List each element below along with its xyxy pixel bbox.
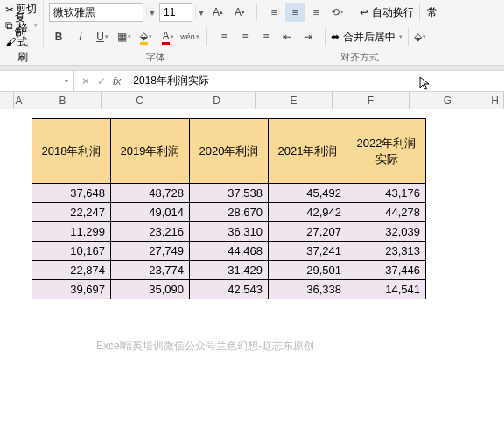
footer-note: Excel精英培训微信公众号兰色幻想-赵志东原创: [96, 339, 314, 354]
font-name-combo[interactable]: 微软雅黑: [49, 3, 144, 22]
table-row[interactable]: 22,87423,77431,42929,50137,446: [32, 261, 426, 280]
table-header[interactable]: 2021年利润: [269, 119, 347, 184]
table-cell[interactable]: 27,207: [269, 222, 347, 242]
font-name-dropdown[interactable]: ▾: [146, 6, 157, 18]
align-top-button[interactable]: ≡: [264, 3, 284, 22]
col-header-f[interactable]: F: [332, 92, 410, 109]
number-format-button[interactable]: ⬙: [410, 27, 430, 46]
col-header-b[interactable]: B: [24, 92, 102, 109]
data-table[interactable]: 2018年利润2019年利润2020年利润2021年利润2022年利润实际 37…: [32, 118, 426, 299]
table-header[interactable]: 2022年利润实际: [347, 119, 426, 184]
table-row[interactable]: 39,69735,09042,54336,33814,541: [32, 280, 426, 299]
wrap-text-button[interactable]: ↩ 自动换行: [356, 1, 417, 24]
table-cell[interactable]: 31,429: [190, 261, 269, 280]
table-cell[interactable]: 36,310: [190, 222, 269, 242]
table-cell[interactable]: 22,874: [32, 261, 111, 280]
table-cell[interactable]: 42,942: [269, 203, 347, 222]
table-cell[interactable]: 44,278: [347, 203, 426, 222]
table-row[interactable]: 22,24749,01428,67042,94244,278: [32, 203, 426, 222]
vertical-align-group: ≡ ≡ ≡ ⟲: [259, 0, 352, 25]
col-header-c[interactable]: C: [102, 92, 178, 109]
align-left-button[interactable]: ≡: [214, 27, 234, 46]
column-headers: A B C D E F G H: [0, 92, 504, 109]
table-cell[interactable]: 36,338: [269, 280, 347, 299]
table-cell[interactable]: 39,697: [32, 280, 111, 299]
chevron-down-icon[interactable]: ▾: [65, 77, 68, 85]
table-cell[interactable]: 37,446: [347, 261, 426, 280]
increase-font-button[interactable]: A▴: [208, 3, 228, 22]
col-header-d[interactable]: D: [178, 92, 256, 109]
table-cell[interactable]: 14,541: [347, 280, 426, 299]
table-cell[interactable]: 29,501: [269, 261, 347, 280]
table-cell[interactable]: 23,774: [111, 261, 190, 280]
font-size-dropdown[interactable]: ▾: [195, 6, 206, 18]
table-cell[interactable]: 42,543: [190, 280, 269, 299]
increase-indent-button[interactable]: ⇥: [298, 27, 318, 46]
table-header[interactable]: 2019年利润: [111, 119, 190, 184]
align-right-button[interactable]: ≡: [256, 27, 276, 46]
table-cell[interactable]: 32,039: [347, 222, 426, 242]
col-header-h[interactable]: H: [486, 92, 504, 109]
col-header-g[interactable]: G: [410, 92, 486, 109]
table-cell[interactable]: 23,216: [111, 222, 190, 242]
bold-button[interactable]: B: [49, 27, 68, 46]
table-header[interactable]: 2020年利润: [190, 119, 269, 184]
fx-icon[interactable]: fx: [113, 75, 121, 88]
col-header-a[interactable]: A: [14, 92, 24, 109]
table-cell[interactable]: 48,728: [111, 184, 190, 203]
format-painter-button[interactable]: 🖌格式刷: [4, 34, 39, 50]
table-cell[interactable]: 37,538: [190, 184, 269, 203]
orientation-button[interactable]: ⟲: [327, 3, 346, 22]
font-group: 微软雅黑▾ 11▾ A▴ A▾: [44, 0, 255, 25]
merge-icon: ⬌: [331, 31, 340, 43]
table-row[interactable]: 37,64848,72837,53845,49243,176: [32, 184, 426, 203]
phonetic-button[interactable]: wén: [180, 27, 200, 46]
table-cell[interactable]: 45,492: [269, 184, 347, 203]
border-button[interactable]: ▦: [115, 27, 134, 46]
align-group-label: 对齐方式: [268, 51, 452, 64]
font-group-label: 字体: [44, 51, 268, 64]
underline-button[interactable]: U: [93, 27, 112, 46]
decrease-font-button[interactable]: A▾: [230, 3, 249, 22]
table-cell[interactable]: 37,241: [269, 242, 347, 261]
table-cell[interactable]: 44,468: [190, 242, 269, 261]
table-cell[interactable]: 49,014: [111, 203, 190, 222]
font-size-combo[interactable]: 11: [159, 3, 192, 22]
table-cell[interactable]: 23,313: [347, 242, 426, 261]
cancel-icon[interactable]: ✕: [81, 75, 90, 88]
align-center-button[interactable]: ≡: [235, 27, 255, 46]
table-cell[interactable]: 11,299: [32, 222, 111, 242]
italic-button[interactable]: I: [71, 27, 90, 46]
table-cell[interactable]: 35,090: [111, 280, 190, 299]
table-header[interactable]: 2018年利润: [32, 119, 111, 184]
table-row[interactable]: 10,16727,74944,46837,24123,313: [32, 242, 426, 261]
table-cell[interactable]: 37,648: [32, 184, 111, 203]
col-header-e[interactable]: E: [256, 92, 332, 109]
table-cell[interactable]: 43,176: [347, 184, 426, 203]
decrease-indent-button[interactable]: ⇤: [277, 27, 297, 46]
align-bottom-button[interactable]: ≡: [306, 3, 326, 22]
font-color-button[interactable]: A: [158, 27, 178, 46]
wrap-icon: ↩: [360, 6, 368, 18]
table-cell[interactable]: 28,670: [190, 203, 269, 222]
merge-center-button[interactable]: ⬌ 合并后居中 ▾: [327, 25, 406, 48]
number-format-label: 常: [422, 4, 443, 22]
clipboard-group: ✂剪切 ⧉复制▾ 🖌格式刷: [0, 0, 44, 49]
enter-icon[interactable]: ✓: [97, 75, 106, 88]
formula-bar: ▾ ✕ ✓ fx: [0, 71, 504, 92]
ribbon: ✂剪切 ⧉复制▾ 🖌格式刷 微软雅黑▾ 11▾ A▴ A▾ ≡ ≡ ≡ ⟲: [0, 0, 504, 66]
formula-input[interactable]: [128, 75, 504, 88]
spreadsheet: A B C D E F G H 2018年利润2019年利润2020年利润202…: [0, 92, 504, 443]
table-cell[interactable]: 10,167: [32, 242, 111, 261]
table-cell[interactable]: 22,247: [32, 203, 111, 222]
select-all-corner[interactable]: [0, 92, 14, 109]
name-box[interactable]: ▾: [0, 71, 74, 91]
align-middle-button[interactable]: ≡: [285, 3, 304, 22]
table-cell[interactable]: 27,749: [111, 242, 190, 261]
fill-color-button[interactable]: ⬙: [136, 27, 156, 46]
table-row[interactable]: 11,29923,21636,31027,20732,039: [32, 222, 426, 242]
